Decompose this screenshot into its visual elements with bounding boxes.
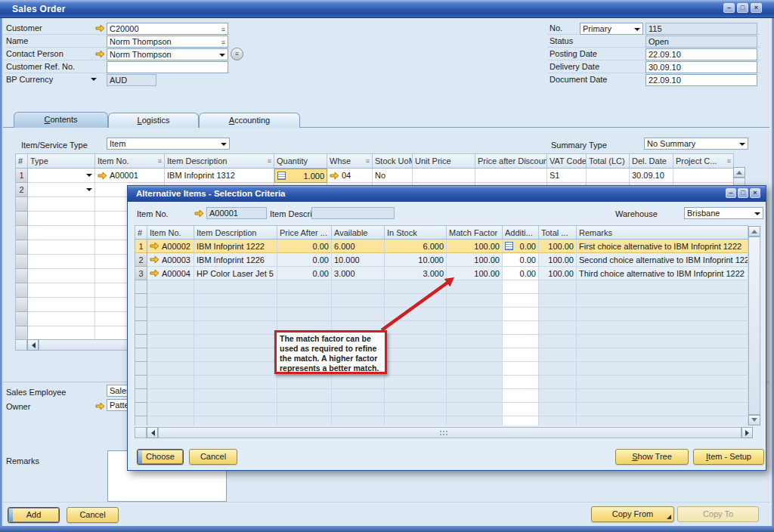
link-settings-icon[interactable] — [366, 157, 370, 165]
link-arrow-icon[interactable] — [150, 242, 159, 250]
row-number[interactable]: 1 — [16, 169, 28, 183]
match-factor-cell[interactable]: 100.00 — [447, 253, 503, 267]
additional-cell[interactable]: 0.00 — [503, 253, 539, 267]
col-header[interactable]: Unit Price — [413, 154, 475, 169]
item-setup-button[interactable]: Item - Setup — [693, 449, 764, 465]
table-row[interactable] — [135, 348, 748, 362]
scroll-left-icon[interactable] — [27, 339, 39, 351]
posting-date-field[interactable]: 22.09.10 — [646, 48, 757, 60]
link-arrow-icon[interactable] — [330, 172, 339, 180]
dropdown-icon[interactable] — [86, 188, 92, 194]
col-header[interactable]: Price After ... — [277, 226, 332, 240]
col-header[interactable]: # — [16, 154, 28, 169]
series-combo[interactable]: Primary — [580, 23, 643, 35]
item-no-cell[interactable]: A00003 — [147, 253, 194, 267]
col-header[interactable]: Del. Date — [630, 154, 673, 169]
col-header[interactable]: Price after Discount — [475, 154, 547, 169]
bp-currency-label[interactable]: BP Currency — [6, 74, 53, 85]
unit-price-cell[interactable] — [413, 169, 475, 183]
dropdown-icon[interactable] — [86, 174, 92, 180]
table-row[interactable] — [135, 389, 748, 403]
name-field[interactable]: Norm Thompson — [107, 36, 228, 48]
scroll-right-icon[interactable] — [741, 427, 753, 438]
maximize-icon[interactable] — [738, 188, 748, 198]
maximize-icon[interactable] — [737, 3, 748, 13]
table-row-selected[interactable]: 1 A00002 IBM Infoprint 1222 0.00 6.000 6… — [135, 240, 748, 253]
bp-currency-dropdown-icon[interactable] — [91, 78, 97, 84]
warehouse-cell[interactable]: 04 — [327, 169, 373, 183]
row-number[interactable]: 2 — [135, 253, 147, 267]
col-header[interactable]: Stock UoM — [373, 154, 413, 169]
price-after-cell[interactable]: 0.00 — [277, 253, 332, 267]
tab-logistics[interactable]: Logistics — [108, 113, 199, 128]
link-arrow-icon[interactable] — [150, 255, 159, 264]
total-lc-cell[interactable] — [587, 169, 630, 183]
scroll-left-icon[interactable] — [147, 427, 158, 438]
col-header[interactable]: Total ... — [539, 226, 577, 240]
total-cell[interactable]: 100.00 — [539, 267, 577, 280]
link-settings-icon[interactable] — [268, 157, 271, 165]
link-arrow-icon[interactable] — [95, 402, 105, 410]
available-cell[interactable]: 6.000 — [332, 240, 385, 253]
available-cell[interactable]: 10.000 — [332, 253, 385, 267]
remarks-cell[interactable]: First choice alternative to IBM Infoprin… — [577, 240, 748, 253]
col-header[interactable]: Project C... — [673, 154, 734, 169]
col-header[interactable]: Match Factor — [447, 226, 503, 240]
warehouse-combo[interactable]: Brisbane — [684, 207, 763, 219]
col-header[interactable]: Whse — [327, 154, 373, 169]
col-header[interactable]: Item Description — [165, 154, 274, 169]
col-header[interactable]: In Stock — [385, 226, 447, 240]
tab-accounting[interactable]: Accounting — [199, 113, 300, 128]
col-header[interactable]: Available — [332, 226, 385, 240]
type-cell[interactable] — [28, 183, 95, 197]
form-icon[interactable] — [277, 172, 286, 180]
table-row[interactable] — [135, 376, 748, 389]
form-icon[interactable] — [505, 242, 513, 250]
col-header[interactable]: Item No. — [95, 154, 165, 169]
item-no-cell[interactable]: A00004 — [147, 267, 194, 280]
item-description-cell[interactable]: HP Color Laser Jet 5 — [194, 267, 277, 280]
link-settings-icon[interactable] — [158, 157, 162, 165]
document-date-field[interactable]: 22.09.10 — [646, 74, 757, 86]
stock-uom-cell[interactable]: No — [373, 169, 413, 183]
choose-from-list-icon[interactable] — [221, 24, 225, 35]
col-header[interactable]: Remarks — [577, 226, 748, 240]
remarks-cell[interactable]: Third choice alternative to IBM Infoprin… — [577, 267, 748, 280]
contact-person-combo[interactable]: Norm Thompson — [107, 48, 228, 60]
match-factor-cell[interactable]: 100.00 — [447, 240, 503, 253]
col-header[interactable]: Quantity — [274, 154, 327, 169]
project-cell[interactable] — [673, 169, 734, 183]
table-row[interactable] — [135, 416, 748, 425]
minimize-icon[interactable] — [723, 3, 735, 13]
scroll-up-icon[interactable] — [733, 167, 745, 178]
contact-details-icon[interactable] — [231, 48, 243, 60]
link-arrow-icon[interactable] — [95, 24, 105, 32]
additional-cell[interactable]: 0.00 — [503, 240, 539, 253]
del-date-cell[interactable]: 30.09.10 — [630, 169, 673, 183]
vertical-scrollbar[interactable] — [748, 237, 760, 415]
link-arrow-icon[interactable] — [98, 172, 107, 180]
row-number[interactable]: 1 — [135, 240, 147, 253]
customer-field[interactable]: C20000 — [107, 23, 228, 35]
scroll-up-icon[interactable] — [748, 226, 760, 237]
col-header[interactable]: Type — [28, 154, 95, 169]
bp-currency-field[interactable]: AUD — [107, 74, 156, 86]
col-header[interactable]: Item No. — [147, 226, 194, 240]
docnum-field[interactable]: 115 — [646, 23, 757, 35]
col-header[interactable]: # — [135, 226, 147, 240]
col-header[interactable]: Total (LC) — [587, 154, 630, 169]
quantity-cell[interactable]: 1.000 — [274, 169, 327, 183]
link-arrow-icon[interactable] — [150, 269, 159, 277]
link-arrow-icon[interactable] — [95, 50, 105, 58]
table-row[interactable] — [135, 403, 748, 416]
item-no-cell[interactable]: A00002 — [147, 240, 194, 253]
summary-type-combo[interactable]: No Summary — [644, 138, 748, 150]
dialog-item-no-field[interactable]: A00001 — [206, 207, 267, 219]
scroll-down-icon[interactable] — [748, 415, 760, 425]
item-description-cell[interactable]: IBM Infoprint 1312 — [165, 169, 274, 183]
row-number[interactable]: 3 — [135, 267, 147, 280]
total-cell[interactable]: 100.00 — [539, 240, 577, 253]
in-stock-cell[interactable]: 6.000 — [385, 240, 447, 253]
add-button[interactable]: Add — [8, 507, 60, 523]
link-settings-icon[interactable] — [727, 157, 731, 165]
